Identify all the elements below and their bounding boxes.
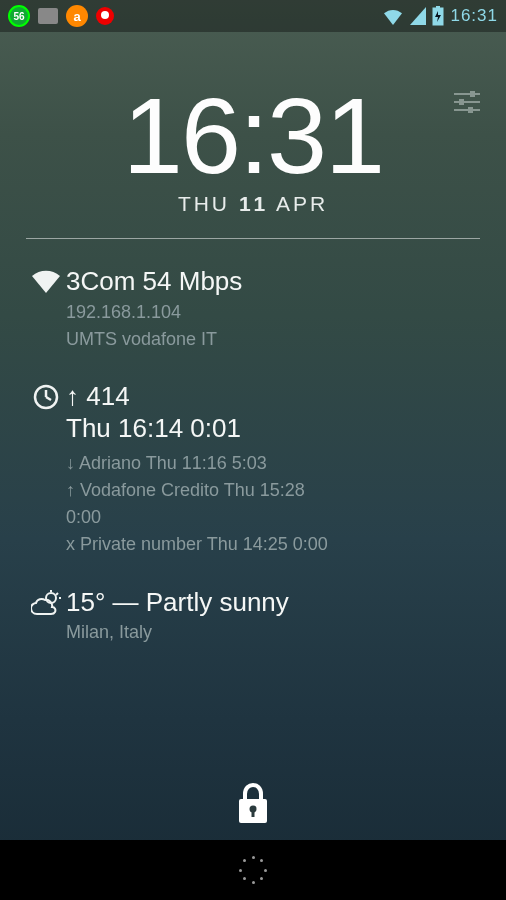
weather-location: Milan, Italy (66, 620, 480, 645)
clock-icon (26, 380, 66, 558)
divider (26, 238, 480, 239)
call-log-item: x Private number Thu 14:25 0:00 (66, 532, 480, 557)
status-bar: 56 a 16:31 (0, 0, 506, 32)
status-badge-icon: 56 (8, 5, 30, 27)
statusbar-time: 16:31 (450, 6, 498, 26)
clock-date: THU 11 APR (26, 192, 480, 216)
svg-rect-7 (468, 107, 473, 113)
clock-widget[interactable]: 16:31 THU 11 APR (26, 82, 480, 216)
call-log-item: ↑ Vodafone Credito Thu 15:28 (66, 478, 480, 503)
call-log-item: ↓ Adriano Thu 11:16 5:03 (66, 451, 480, 476)
wifi-title: 3Com 54 Mbps (66, 265, 480, 298)
calls-block[interactable]: ↑ 414 Thu 16:14 0:01 ↓ Adriano Thu 11:16… (26, 380, 480, 558)
svg-rect-5 (470, 91, 475, 97)
battery-icon (432, 6, 444, 26)
unlock-handle[interactable] (0, 782, 506, 824)
clock-time: 16:31 (26, 82, 480, 190)
svg-line-13 (56, 593, 58, 595)
call-last-time: Thu 16:14 0:01 (66, 412, 480, 445)
weather-icon (26, 586, 66, 646)
signal-icon (410, 7, 426, 25)
svg-rect-6 (459, 99, 464, 105)
app-icon: a (66, 5, 88, 27)
nav-bar (0, 840, 506, 900)
wifi-block[interactable]: 3Com 54 Mbps 192.168.1.104 UMTS vodafone… (26, 265, 480, 352)
svg-rect-1 (436, 6, 440, 8)
wifi-carrier: UMTS vodafone IT (66, 327, 480, 352)
settings-icon[interactable] (454, 90, 480, 118)
wifi-icon (382, 7, 404, 25)
wifi-ip: 192.168.1.104 (66, 300, 480, 325)
svg-rect-17 (252, 810, 255, 817)
call-log-item: 0:00 (66, 505, 480, 530)
call-last-number: ↑ 414 (66, 380, 480, 413)
wifi-icon (26, 265, 66, 352)
svg-line-10 (46, 397, 51, 400)
weather-summary: 15° — Partly sunny (66, 586, 480, 619)
lock-icon (236, 782, 270, 824)
image-icon (38, 8, 58, 24)
vodafone-icon (96, 7, 114, 25)
weather-block[interactable]: 15° — Partly sunny Milan, Italy (26, 586, 480, 646)
loading-spinner-icon (239, 856, 267, 884)
